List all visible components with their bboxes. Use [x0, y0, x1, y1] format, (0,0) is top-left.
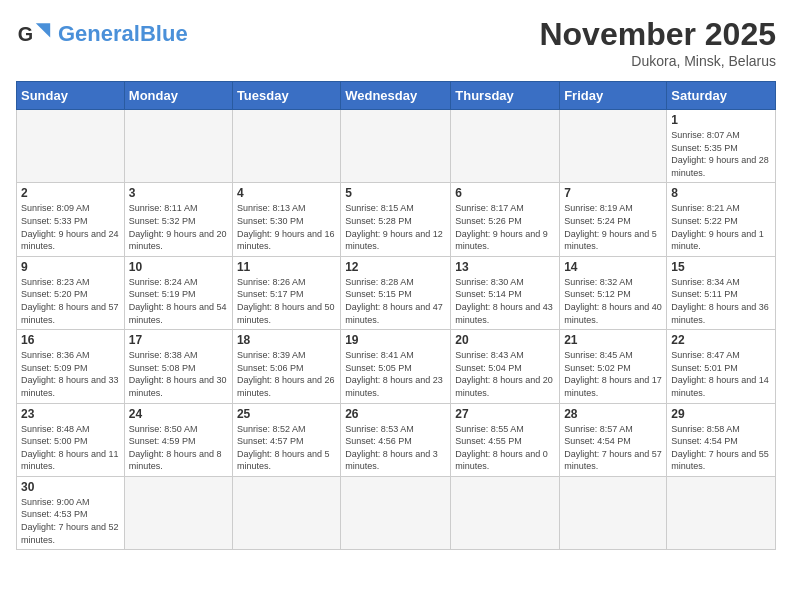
- day-info: Sunrise: 8:17 AM Sunset: 5:26 PM Dayligh…: [455, 202, 555, 252]
- calendar-day-cell: [124, 110, 232, 183]
- day-info: Sunrise: 8:28 AM Sunset: 5:15 PM Dayligh…: [345, 276, 446, 326]
- calendar-day-cell: 9Sunrise: 8:23 AM Sunset: 5:20 PM Daylig…: [17, 256, 125, 329]
- day-info: Sunrise: 8:38 AM Sunset: 5:08 PM Dayligh…: [129, 349, 228, 399]
- calendar-day-cell: 20Sunrise: 8:43 AM Sunset: 5:04 PM Dayli…: [451, 330, 560, 403]
- calendar-subtitle: Dukora, Minsk, Belarus: [539, 53, 776, 69]
- weekday-header: Wednesday: [341, 82, 451, 110]
- calendar-day-cell: [17, 110, 125, 183]
- day-info: Sunrise: 8:09 AM Sunset: 5:33 PM Dayligh…: [21, 202, 120, 252]
- calendar-week-row: 9Sunrise: 8:23 AM Sunset: 5:20 PM Daylig…: [17, 256, 776, 329]
- weekday-header: Tuesday: [232, 82, 340, 110]
- day-info: Sunrise: 8:57 AM Sunset: 4:54 PM Dayligh…: [564, 423, 662, 473]
- calendar-day-cell: 15Sunrise: 8:34 AM Sunset: 5:11 PM Dayli…: [667, 256, 776, 329]
- calendar-week-row: 23Sunrise: 8:48 AM Sunset: 5:00 PM Dayli…: [17, 403, 776, 476]
- day-number: 9: [21, 260, 120, 274]
- logo-icon: G: [16, 16, 52, 52]
- calendar-week-row: 30Sunrise: 9:00 AM Sunset: 4:53 PM Dayli…: [17, 476, 776, 549]
- calendar-day-cell: [124, 476, 232, 549]
- day-number: 11: [237, 260, 336, 274]
- day-number: 13: [455, 260, 555, 274]
- day-number: 5: [345, 186, 446, 200]
- calendar-week-row: 16Sunrise: 8:36 AM Sunset: 5:09 PM Dayli…: [17, 330, 776, 403]
- calendar-day-cell: 17Sunrise: 8:38 AM Sunset: 5:08 PM Dayli…: [124, 330, 232, 403]
- calendar-day-cell: 16Sunrise: 8:36 AM Sunset: 5:09 PM Dayli…: [17, 330, 125, 403]
- day-number: 10: [129, 260, 228, 274]
- day-number: 1: [671, 113, 771, 127]
- day-info: Sunrise: 8:41 AM Sunset: 5:05 PM Dayligh…: [345, 349, 446, 399]
- calendar-day-cell: 4Sunrise: 8:13 AM Sunset: 5:30 PM Daylig…: [232, 183, 340, 256]
- day-info: Sunrise: 8:58 AM Sunset: 4:54 PM Dayligh…: [671, 423, 771, 473]
- calendar-day-cell: 21Sunrise: 8:45 AM Sunset: 5:02 PM Dayli…: [560, 330, 667, 403]
- day-number: 16: [21, 333, 120, 347]
- calendar-day-cell: 6Sunrise: 8:17 AM Sunset: 5:26 PM Daylig…: [451, 183, 560, 256]
- calendar-day-cell: 11Sunrise: 8:26 AM Sunset: 5:17 PM Dayli…: [232, 256, 340, 329]
- calendar-week-row: 2Sunrise: 8:09 AM Sunset: 5:33 PM Daylig…: [17, 183, 776, 256]
- calendar-day-cell: 8Sunrise: 8:21 AM Sunset: 5:22 PM Daylig…: [667, 183, 776, 256]
- svg-text:G: G: [18, 23, 33, 45]
- calendar-day-cell: 27Sunrise: 8:55 AM Sunset: 4:55 PM Dayli…: [451, 403, 560, 476]
- day-number: 3: [129, 186, 228, 200]
- calendar-day-cell: 2Sunrise: 8:09 AM Sunset: 5:33 PM Daylig…: [17, 183, 125, 256]
- logo: G GeneralBlue: [16, 16, 188, 52]
- day-number: 2: [21, 186, 120, 200]
- weekday-header: Thursday: [451, 82, 560, 110]
- day-info: Sunrise: 8:47 AM Sunset: 5:01 PM Dayligh…: [671, 349, 771, 399]
- day-number: 7: [564, 186, 662, 200]
- weekday-header: Monday: [124, 82, 232, 110]
- day-number: 27: [455, 407, 555, 421]
- weekday-header: Friday: [560, 82, 667, 110]
- calendar-title: November 2025: [539, 16, 776, 53]
- svg-marker-1: [36, 23, 50, 37]
- day-info: Sunrise: 8:48 AM Sunset: 5:00 PM Dayligh…: [21, 423, 120, 473]
- calendar-day-cell: [341, 476, 451, 549]
- day-info: Sunrise: 8:26 AM Sunset: 5:17 PM Dayligh…: [237, 276, 336, 326]
- day-number: 26: [345, 407, 446, 421]
- calendar-day-cell: [451, 476, 560, 549]
- day-info: Sunrise: 8:36 AM Sunset: 5:09 PM Dayligh…: [21, 349, 120, 399]
- calendar-day-cell: 25Sunrise: 8:52 AM Sunset: 4:57 PM Dayli…: [232, 403, 340, 476]
- day-info: Sunrise: 8:19 AM Sunset: 5:24 PM Dayligh…: [564, 202, 662, 252]
- title-block: November 2025 Dukora, Minsk, Belarus: [539, 16, 776, 69]
- day-number: 29: [671, 407, 771, 421]
- day-info: Sunrise: 8:45 AM Sunset: 5:02 PM Dayligh…: [564, 349, 662, 399]
- calendar-day-cell: 23Sunrise: 8:48 AM Sunset: 5:00 PM Dayli…: [17, 403, 125, 476]
- day-info: Sunrise: 8:50 AM Sunset: 4:59 PM Dayligh…: [129, 423, 228, 473]
- calendar-day-cell: 13Sunrise: 8:30 AM Sunset: 5:14 PM Dayli…: [451, 256, 560, 329]
- calendar-day-cell: 30Sunrise: 9:00 AM Sunset: 4:53 PM Dayli…: [17, 476, 125, 549]
- calendar-day-cell: 10Sunrise: 8:24 AM Sunset: 5:19 PM Dayli…: [124, 256, 232, 329]
- calendar-day-cell: 18Sunrise: 8:39 AM Sunset: 5:06 PM Dayli…: [232, 330, 340, 403]
- day-number: 24: [129, 407, 228, 421]
- calendar-day-cell: 28Sunrise: 8:57 AM Sunset: 4:54 PM Dayli…: [560, 403, 667, 476]
- day-number: 15: [671, 260, 771, 274]
- day-info: Sunrise: 8:30 AM Sunset: 5:14 PM Dayligh…: [455, 276, 555, 326]
- day-number: 25: [237, 407, 336, 421]
- calendar-day-cell: 29Sunrise: 8:58 AM Sunset: 4:54 PM Dayli…: [667, 403, 776, 476]
- day-info: Sunrise: 8:39 AM Sunset: 5:06 PM Dayligh…: [237, 349, 336, 399]
- calendar-day-cell: [341, 110, 451, 183]
- day-info: Sunrise: 8:07 AM Sunset: 5:35 PM Dayligh…: [671, 129, 771, 179]
- calendar-day-cell: 26Sunrise: 8:53 AM Sunset: 4:56 PM Dayli…: [341, 403, 451, 476]
- weekday-header: Sunday: [17, 82, 125, 110]
- day-info: Sunrise: 8:52 AM Sunset: 4:57 PM Dayligh…: [237, 423, 336, 473]
- day-number: 12: [345, 260, 446, 274]
- calendar-header-row: SundayMondayTuesdayWednesdayThursdayFrid…: [17, 82, 776, 110]
- day-number: 4: [237, 186, 336, 200]
- day-number: 20: [455, 333, 555, 347]
- day-number: 30: [21, 480, 120, 494]
- calendar-day-cell: 19Sunrise: 8:41 AM Sunset: 5:05 PM Dayli…: [341, 330, 451, 403]
- day-number: 17: [129, 333, 228, 347]
- day-info: Sunrise: 9:00 AM Sunset: 4:53 PM Dayligh…: [21, 496, 120, 546]
- day-info: Sunrise: 8:24 AM Sunset: 5:19 PM Dayligh…: [129, 276, 228, 326]
- day-info: Sunrise: 8:15 AM Sunset: 5:28 PM Dayligh…: [345, 202, 446, 252]
- day-info: Sunrise: 8:43 AM Sunset: 5:04 PM Dayligh…: [455, 349, 555, 399]
- day-number: 6: [455, 186, 555, 200]
- calendar-day-cell: [560, 110, 667, 183]
- day-info: Sunrise: 8:11 AM Sunset: 5:32 PM Dayligh…: [129, 202, 228, 252]
- page-header: G GeneralBlue November 2025 Dukora, Mins…: [16, 16, 776, 69]
- day-info: Sunrise: 8:34 AM Sunset: 5:11 PM Dayligh…: [671, 276, 771, 326]
- calendar-day-cell: 12Sunrise: 8:28 AM Sunset: 5:15 PM Dayli…: [341, 256, 451, 329]
- calendar-week-row: 1Sunrise: 8:07 AM Sunset: 5:35 PM Daylig…: [17, 110, 776, 183]
- day-info: Sunrise: 8:21 AM Sunset: 5:22 PM Dayligh…: [671, 202, 771, 252]
- day-info: Sunrise: 8:55 AM Sunset: 4:55 PM Dayligh…: [455, 423, 555, 473]
- day-number: 23: [21, 407, 120, 421]
